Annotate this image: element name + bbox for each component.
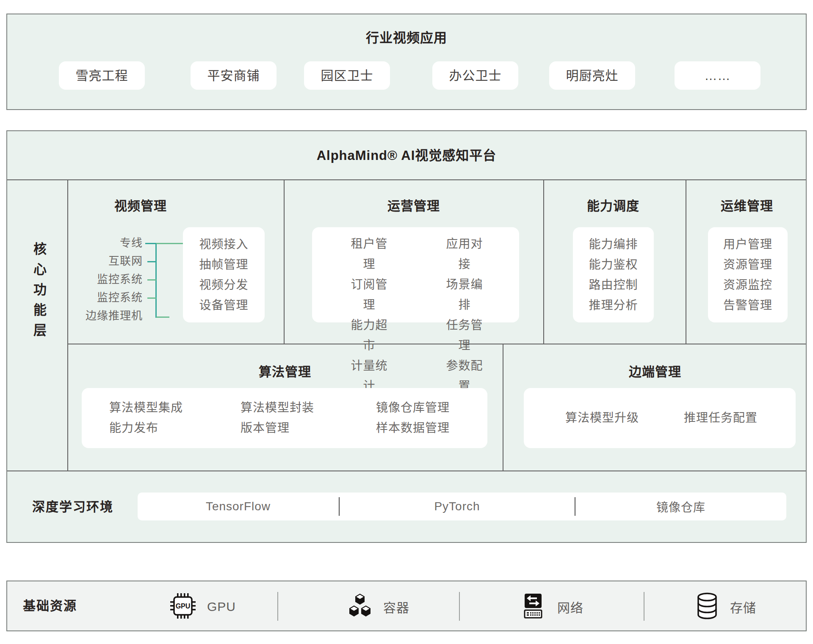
dl-env-pytorch: PyTorch bbox=[340, 493, 575, 520]
industry-apps-title: 行业视频应用 bbox=[7, 30, 806, 46]
app-chip-more: …… bbox=[675, 61, 760, 90]
video-source: 监控系统 bbox=[64, 289, 143, 307]
ops-col-1: 租户管理 订阅管理 能力超市 计量统计 bbox=[346, 234, 393, 396]
ops-item: 场景编排 bbox=[441, 275, 488, 315]
ops-col-2: 应用对接 场景编排 任务管理 参数配置 bbox=[441, 234, 488, 396]
video-source: 监控系统 bbox=[64, 270, 143, 289]
algo-item: 算法模型集成 bbox=[109, 398, 183, 418]
ops-item: 租户管理 bbox=[346, 234, 393, 275]
divider bbox=[503, 344, 503, 471]
section-title-capability: 能力调度 bbox=[571, 199, 655, 213]
storage-icon bbox=[694, 592, 720, 622]
infra-item-label: 网络 bbox=[557, 597, 583, 616]
capability-box: 能力编排 能力鉴权 路由控制 推理分析 bbox=[573, 227, 654, 322]
ops-item: 任务管理 bbox=[441, 315, 488, 356]
algo-item: 镜像仓库管理 bbox=[376, 398, 450, 418]
algo-col-2: 算法模型封装 版本管理 bbox=[241, 398, 314, 438]
capability-item: 推理分析 bbox=[573, 295, 654, 316]
connector-stub bbox=[145, 243, 156, 244]
container-icon bbox=[347, 592, 373, 622]
connector-stub bbox=[147, 261, 156, 262]
video-source: 互联网 bbox=[64, 252, 143, 270]
algo-item: 能力发布 bbox=[109, 418, 183, 438]
video-mgmt-box: 视频接入 抽帧管理 视频分发 设备管理 bbox=[183, 227, 265, 322]
infra-label: 基础资源 bbox=[23, 581, 77, 630]
core-layer-label: 核心功能层 bbox=[25, 242, 52, 348]
algo-mgmt-box: 算法模型集成 能力发布 算法模型封装 版本管理 镜像仓库管理 样本数据管理 bbox=[82, 388, 487, 448]
om-item: 告警管理 bbox=[708, 295, 788, 316]
dl-env-registry: 镜像仓库 bbox=[575, 493, 786, 520]
app-chip-pingan: 平安商铺 bbox=[191, 61, 277, 90]
industry-apps-panel: 行业视频应用 雪亮工程 平安商铺 园区卫士 办公卫士 明厨亮灶 …… bbox=[6, 14, 807, 110]
om-item: 资源监控 bbox=[708, 275, 788, 295]
om-mgmt-box: 用户管理 资源管理 资源监控 告警管理 bbox=[708, 227, 788, 322]
architecture-diagram: 行业视频应用 雪亮工程 平安商铺 园区卫士 办公卫士 明厨亮灶 …… Alpha… bbox=[0, 0, 813, 644]
dl-env-bar: TensorFlow PyTorch 镜像仓库 bbox=[138, 493, 786, 520]
connector-stub bbox=[147, 279, 156, 281]
connector-stub bbox=[147, 297, 156, 299]
video-item: 视频接入 bbox=[183, 234, 265, 255]
divider bbox=[284, 179, 285, 344]
section-title-operations: 运营管理 bbox=[371, 199, 456, 213]
ops-item: 订阅管理 bbox=[346, 275, 393, 315]
video-item: 抽帧管理 bbox=[183, 255, 265, 275]
divider bbox=[543, 179, 544, 344]
divider bbox=[686, 179, 686, 344]
algo-item: 算法模型封装 bbox=[241, 398, 314, 418]
edge-mgmt-box: 算法模型升级 推理任务配置 bbox=[524, 388, 796, 448]
dl-env-label: 深度学习环境 bbox=[22, 499, 124, 515]
algo-col-1: 算法模型集成 能力发布 bbox=[109, 398, 183, 438]
section-title-algo: 算法管理 bbox=[243, 365, 327, 379]
divider bbox=[277, 592, 278, 621]
section-title-edge: 边端管理 bbox=[613, 365, 697, 379]
divider bbox=[67, 179, 68, 471]
capability-item: 能力编排 bbox=[573, 234, 654, 255]
platform-panel: AlphaMind® AI视觉感知平台 核心功能层 视频管理 运营管理 能力调度… bbox=[6, 130, 807, 543]
infra-item-container: 容器 bbox=[347, 581, 409, 632]
capability-item: 路由控制 bbox=[573, 275, 654, 295]
video-sources-list: 专线 互联网 监控系统 监控系统 边缘推理机 bbox=[64, 234, 143, 325]
algo-item: 版本管理 bbox=[241, 418, 314, 438]
gpu-icon: GPU bbox=[169, 592, 197, 622]
edge-item: 算法模型升级 bbox=[549, 388, 655, 448]
app-chip-mingchu: 明厨亮灶 bbox=[549, 61, 635, 90]
section-title-video: 视频管理 bbox=[98, 199, 183, 213]
om-item: 用户管理 bbox=[708, 234, 788, 255]
om-item: 资源管理 bbox=[708, 255, 788, 275]
connector-top-run bbox=[156, 243, 183, 244]
infra-item-gpu: GPU GPU bbox=[169, 581, 236, 632]
infra-item-label: GPU bbox=[207, 600, 236, 614]
section-title-om: 运维管理 bbox=[705, 199, 789, 213]
ops-item: 应用对接 bbox=[441, 234, 488, 275]
ops-mgmt-box: 租户管理 订阅管理 能力超市 计量统计 应用对接 场景编排 任务管理 参数配置 bbox=[312, 227, 519, 322]
edge-item: 推理任务配置 bbox=[668, 388, 774, 448]
divider bbox=[459, 592, 460, 621]
video-item: 视频分发 bbox=[183, 275, 265, 295]
algo-col-3: 镜像仓库管理 样本数据管理 bbox=[376, 398, 450, 438]
svg-text:GPU: GPU bbox=[176, 603, 191, 610]
infra-panel: 基础资源 GPU GPU bbox=[6, 581, 807, 631]
divider bbox=[644, 592, 644, 621]
video-source: 边缘推理机 bbox=[64, 307, 143, 325]
network-icon bbox=[519, 592, 547, 622]
divider bbox=[7, 471, 806, 471]
video-source: 专线 bbox=[64, 234, 143, 252]
platform-title: AlphaMind® AI视觉感知平台 bbox=[7, 148, 806, 163]
infra-item-network: 网络 bbox=[519, 581, 583, 632]
divider bbox=[67, 344, 806, 344]
ops-item: 能力超市 bbox=[346, 315, 393, 356]
app-chip-xueliang: 雪亮工程 bbox=[59, 61, 145, 90]
infra-item-label: 存储 bbox=[730, 597, 756, 616]
infra-item-label: 容器 bbox=[383, 597, 409, 616]
app-chip-yuanqu: 园区卫士 bbox=[304, 61, 390, 90]
dl-env-tensorflow: TensorFlow bbox=[138, 493, 339, 520]
infra-item-storage: 存储 bbox=[694, 581, 756, 632]
capability-item: 能力鉴权 bbox=[573, 255, 654, 275]
connector-hook bbox=[156, 316, 169, 318]
video-item: 设备管理 bbox=[183, 295, 265, 316]
app-chip-bangong: 办公卫士 bbox=[432, 61, 518, 90]
algo-item: 样本数据管理 bbox=[376, 418, 450, 438]
